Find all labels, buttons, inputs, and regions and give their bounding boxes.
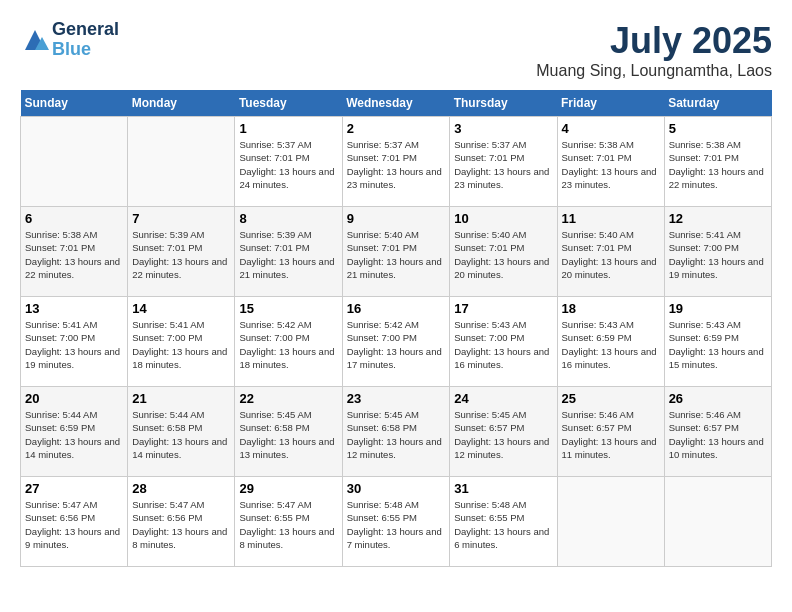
day-number: 2: [347, 121, 446, 136]
day-cell: 11Sunrise: 5:40 AM Sunset: 7:01 PM Dayli…: [557, 207, 664, 297]
day-cell: 18Sunrise: 5:43 AM Sunset: 6:59 PM Dayli…: [557, 297, 664, 387]
day-number: 24: [454, 391, 552, 406]
day-number: 31: [454, 481, 552, 496]
day-cell: 23Sunrise: 5:45 AM Sunset: 6:58 PM Dayli…: [342, 387, 450, 477]
page-header: General Blue July 2025 Muang Sing, Loung…: [20, 20, 772, 80]
day-cell: 24Sunrise: 5:45 AM Sunset: 6:57 PM Dayli…: [450, 387, 557, 477]
weekday-tuesday: Tuesday: [235, 90, 342, 117]
day-info: Sunrise: 5:45 AM Sunset: 6:58 PM Dayligh…: [239, 408, 337, 461]
day-number: 20: [25, 391, 123, 406]
week-row-2: 6Sunrise: 5:38 AM Sunset: 7:01 PM Daylig…: [21, 207, 772, 297]
day-number: 30: [347, 481, 446, 496]
day-info: Sunrise: 5:41 AM Sunset: 7:00 PM Dayligh…: [669, 228, 767, 281]
day-cell: 6Sunrise: 5:38 AM Sunset: 7:01 PM Daylig…: [21, 207, 128, 297]
day-info: Sunrise: 5:41 AM Sunset: 7:00 PM Dayligh…: [132, 318, 230, 371]
day-number: 4: [562, 121, 660, 136]
day-cell: 8Sunrise: 5:39 AM Sunset: 7:01 PM Daylig…: [235, 207, 342, 297]
day-cell: 14Sunrise: 5:41 AM Sunset: 7:00 PM Dayli…: [128, 297, 235, 387]
day-cell: 10Sunrise: 5:40 AM Sunset: 7:01 PM Dayli…: [450, 207, 557, 297]
day-number: 15: [239, 301, 337, 316]
day-info: Sunrise: 5:37 AM Sunset: 7:01 PM Dayligh…: [454, 138, 552, 191]
logo: General Blue: [20, 20, 119, 60]
day-cell: [128, 117, 235, 207]
day-cell: 5Sunrise: 5:38 AM Sunset: 7:01 PM Daylig…: [664, 117, 771, 207]
day-cell: [21, 117, 128, 207]
logo-text: General Blue: [52, 20, 119, 60]
day-number: 8: [239, 211, 337, 226]
day-info: Sunrise: 5:48 AM Sunset: 6:55 PM Dayligh…: [347, 498, 446, 551]
day-number: 14: [132, 301, 230, 316]
day-info: Sunrise: 5:41 AM Sunset: 7:00 PM Dayligh…: [25, 318, 123, 371]
day-number: 19: [669, 301, 767, 316]
day-number: 5: [669, 121, 767, 136]
title-block: July 2025 Muang Sing, Loungnamtha, Laos: [536, 20, 772, 80]
day-number: 25: [562, 391, 660, 406]
day-cell: 13Sunrise: 5:41 AM Sunset: 7:00 PM Dayli…: [21, 297, 128, 387]
day-number: 26: [669, 391, 767, 406]
day-number: 6: [25, 211, 123, 226]
day-number: 16: [347, 301, 446, 316]
day-cell: 9Sunrise: 5:40 AM Sunset: 7:01 PM Daylig…: [342, 207, 450, 297]
day-cell: 29Sunrise: 5:47 AM Sunset: 6:55 PM Dayli…: [235, 477, 342, 567]
day-info: Sunrise: 5:38 AM Sunset: 7:01 PM Dayligh…: [25, 228, 123, 281]
day-number: 23: [347, 391, 446, 406]
day-info: Sunrise: 5:37 AM Sunset: 7:01 PM Dayligh…: [239, 138, 337, 191]
day-cell: 21Sunrise: 5:44 AM Sunset: 6:58 PM Dayli…: [128, 387, 235, 477]
calendar-body: 1Sunrise: 5:37 AM Sunset: 7:01 PM Daylig…: [21, 117, 772, 567]
day-cell: 30Sunrise: 5:48 AM Sunset: 6:55 PM Dayli…: [342, 477, 450, 567]
day-cell: [664, 477, 771, 567]
day-cell: 19Sunrise: 5:43 AM Sunset: 6:59 PM Dayli…: [664, 297, 771, 387]
day-cell: 16Sunrise: 5:42 AM Sunset: 7:00 PM Dayli…: [342, 297, 450, 387]
day-info: Sunrise: 5:37 AM Sunset: 7:01 PM Dayligh…: [347, 138, 446, 191]
day-number: 11: [562, 211, 660, 226]
day-number: 22: [239, 391, 337, 406]
day-number: 13: [25, 301, 123, 316]
day-number: 21: [132, 391, 230, 406]
day-info: Sunrise: 5:43 AM Sunset: 7:00 PM Dayligh…: [454, 318, 552, 371]
day-info: Sunrise: 5:46 AM Sunset: 6:57 PM Dayligh…: [669, 408, 767, 461]
day-info: Sunrise: 5:46 AM Sunset: 6:57 PM Dayligh…: [562, 408, 660, 461]
day-cell: 17Sunrise: 5:43 AM Sunset: 7:00 PM Dayli…: [450, 297, 557, 387]
weekday-header-row: SundayMondayTuesdayWednesdayThursdayFrid…: [21, 90, 772, 117]
day-number: 27: [25, 481, 123, 496]
week-row-5: 27Sunrise: 5:47 AM Sunset: 6:56 PM Dayli…: [21, 477, 772, 567]
day-number: 29: [239, 481, 337, 496]
day-cell: 27Sunrise: 5:47 AM Sunset: 6:56 PM Dayli…: [21, 477, 128, 567]
day-number: 7: [132, 211, 230, 226]
day-info: Sunrise: 5:38 AM Sunset: 7:01 PM Dayligh…: [562, 138, 660, 191]
day-info: Sunrise: 5:40 AM Sunset: 7:01 PM Dayligh…: [562, 228, 660, 281]
day-cell: 28Sunrise: 5:47 AM Sunset: 6:56 PM Dayli…: [128, 477, 235, 567]
day-info: Sunrise: 5:40 AM Sunset: 7:01 PM Dayligh…: [454, 228, 552, 281]
month-title: July 2025: [536, 20, 772, 62]
day-number: 3: [454, 121, 552, 136]
day-info: Sunrise: 5:39 AM Sunset: 7:01 PM Dayligh…: [239, 228, 337, 281]
day-info: Sunrise: 5:48 AM Sunset: 6:55 PM Dayligh…: [454, 498, 552, 551]
week-row-4: 20Sunrise: 5:44 AM Sunset: 6:59 PM Dayli…: [21, 387, 772, 477]
weekday-monday: Monday: [128, 90, 235, 117]
day-number: 18: [562, 301, 660, 316]
day-info: Sunrise: 5:47 AM Sunset: 6:55 PM Dayligh…: [239, 498, 337, 551]
day-cell: 26Sunrise: 5:46 AM Sunset: 6:57 PM Dayli…: [664, 387, 771, 477]
day-cell: 12Sunrise: 5:41 AM Sunset: 7:00 PM Dayli…: [664, 207, 771, 297]
weekday-thursday: Thursday: [450, 90, 557, 117]
day-number: 28: [132, 481, 230, 496]
day-cell: 25Sunrise: 5:46 AM Sunset: 6:57 PM Dayli…: [557, 387, 664, 477]
week-row-1: 1Sunrise: 5:37 AM Sunset: 7:01 PM Daylig…: [21, 117, 772, 207]
day-info: Sunrise: 5:47 AM Sunset: 6:56 PM Dayligh…: [132, 498, 230, 551]
day-cell: 15Sunrise: 5:42 AM Sunset: 7:00 PM Dayli…: [235, 297, 342, 387]
weekday-friday: Friday: [557, 90, 664, 117]
day-cell: [557, 477, 664, 567]
day-info: Sunrise: 5:47 AM Sunset: 6:56 PM Dayligh…: [25, 498, 123, 551]
day-info: Sunrise: 5:39 AM Sunset: 7:01 PM Dayligh…: [132, 228, 230, 281]
day-cell: 22Sunrise: 5:45 AM Sunset: 6:58 PM Dayli…: [235, 387, 342, 477]
day-info: Sunrise: 5:38 AM Sunset: 7:01 PM Dayligh…: [669, 138, 767, 191]
week-row-3: 13Sunrise: 5:41 AM Sunset: 7:00 PM Dayli…: [21, 297, 772, 387]
day-info: Sunrise: 5:40 AM Sunset: 7:01 PM Dayligh…: [347, 228, 446, 281]
logo-icon: [20, 25, 50, 55]
weekday-saturday: Saturday: [664, 90, 771, 117]
day-cell: 1Sunrise: 5:37 AM Sunset: 7:01 PM Daylig…: [235, 117, 342, 207]
day-number: 17: [454, 301, 552, 316]
day-number: 10: [454, 211, 552, 226]
day-info: Sunrise: 5:42 AM Sunset: 7:00 PM Dayligh…: [347, 318, 446, 371]
day-number: 1: [239, 121, 337, 136]
